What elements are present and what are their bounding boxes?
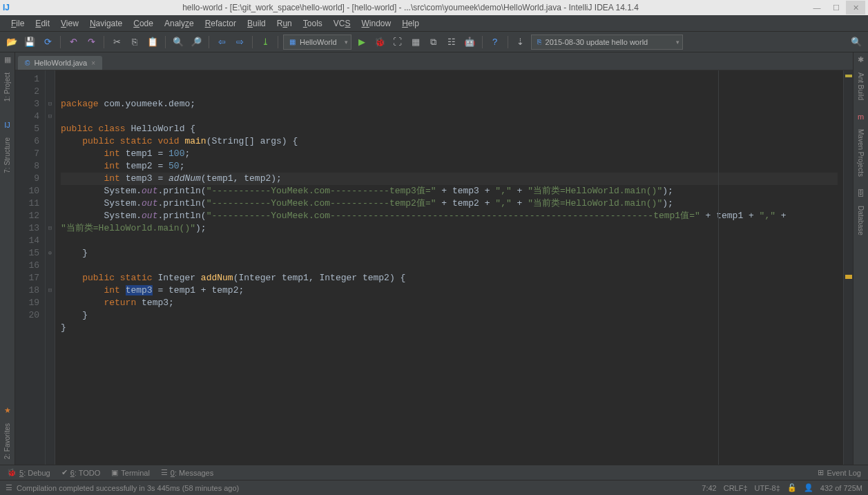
- menu-navigate[interactable]: Navigate: [84, 17, 128, 30]
- java-file-icon: ©: [25, 59, 30, 67]
- save-button[interactable]: 💾: [22, 35, 37, 50]
- coverage-button[interactable]: ⛶: [390, 35, 405, 50]
- event-log-button[interactable]: ⊞Event Log: [818, 468, 861, 477]
- toolbar-separator: [252, 36, 253, 48]
- database-tool-button[interactable]: Database: [857, 200, 865, 241]
- menu-refactor[interactable]: Refactor: [200, 17, 242, 30]
- maven-icon: m: [858, 113, 864, 121]
- run-button[interactable]: ▶: [354, 35, 369, 50]
- search-everywhere-button[interactable]: 🔍: [849, 35, 864, 50]
- ant-icon: ✱: [858, 55, 864, 64]
- line-number-gutter: 1234567891011121314151617181920: [15, 70, 46, 465]
- toolbar-separator: [508, 36, 508, 48]
- favorites-tool-button[interactable]: 2: Favorites: [3, 418, 11, 465]
- sync-button[interactable]: ⟳: [40, 35, 55, 50]
- window-title: hello-world - [E:\git_work_space\hello-w…: [14, 3, 807, 12]
- menu-code[interactable]: Code: [128, 17, 159, 30]
- menu-vcs[interactable]: VCS: [328, 17, 356, 30]
- error-stripe[interactable]: [843, 70, 853, 465]
- debug-button[interactable]: 🐞: [372, 35, 387, 50]
- status-bar: ☰ Compilation completed successfully in …: [0, 480, 868, 495]
- project-icon: ▦: [4, 55, 11, 64]
- warning-marker[interactable]: [845, 75, 852, 77]
- toolbar-separator: [165, 36, 166, 48]
- menu-help[interactable]: Help: [396, 17, 425, 30]
- menu-edit[interactable]: Edit: [30, 17, 55, 30]
- vcs-action-label: 2015-08-30 update hello world: [546, 38, 648, 46]
- run-config-label: HelloWorld: [300, 38, 337, 46]
- structure-icon: IJ: [4, 121, 10, 129]
- menu-tools[interactable]: Tools: [298, 17, 328, 30]
- toolbar-separator: [209, 36, 209, 48]
- terminal-tool-button[interactable]: ▣Terminal: [111, 468, 150, 477]
- editor-area: © HelloWorld.java × 12345678910111213141…: [15, 52, 853, 465]
- stop-button[interactable]: ▦: [408, 35, 423, 50]
- line-separator[interactable]: CRLF‡: [724, 484, 748, 492]
- menu-run[interactable]: Run: [271, 17, 298, 30]
- status-message: Compilation completed successfully in 3s…: [17, 484, 239, 492]
- run-config-select[interactable]: ▦HelloWorld: [283, 35, 351, 50]
- left-tool-gutter: ▦ 1: Project IJ 7: Structure ★ 2: Favori…: [0, 52, 15, 465]
- right-tool-gutter: ✱ Ant Build m Maven Projects 🗄 Database: [853, 52, 868, 465]
- close-tab-icon[interactable]: ×: [91, 59, 95, 67]
- forward-button[interactable]: ⇨: [232, 35, 247, 50]
- toolbar-separator: [60, 36, 61, 48]
- cut-button[interactable]: ✂: [109, 35, 124, 50]
- vcs-update-button[interactable]: ⇣: [513, 35, 528, 50]
- menu-file[interactable]: File: [6, 17, 30, 30]
- maven-tool-button[interactable]: Maven Projects: [857, 124, 865, 182]
- app-icon: IJ: [3, 3, 10, 12]
- back-button[interactable]: ⇦: [214, 35, 229, 50]
- titlebar: IJ hello-world - [E:\git_work_space\hell…: [0, 0, 868, 15]
- toolbar-separator: [482, 36, 483, 48]
- find-button[interactable]: 🔍: [171, 35, 186, 50]
- replace-button[interactable]: 🔎: [189, 35, 204, 50]
- inspect-icon[interactable]: 👤: [804, 483, 813, 492]
- redo-button[interactable]: ↷: [84, 35, 99, 50]
- copy-button[interactable]: ⎘: [127, 35, 142, 50]
- database-icon: 🗄: [857, 189, 865, 197]
- file-tab-label: HelloWorld.java: [34, 59, 87, 67]
- menu-window[interactable]: Window: [356, 17, 396, 30]
- code-editor[interactable]: 1234567891011121314151617181920 ⊟⊟⊡⊕⊡ pa…: [15, 70, 853, 465]
- todo-tool-button[interactable]: ✔6: TODO: [61, 468, 101, 477]
- window-controls: — ☐ ✕: [807, 1, 865, 14]
- favorites-icon: ★: [4, 406, 11, 415]
- paste-button[interactable]: 📋: [145, 35, 160, 50]
- ant-tool-button[interactable]: Ant Build: [857, 67, 865, 106]
- profile-button[interactable]: ⧉: [426, 35, 441, 50]
- menu-analyze[interactable]: Analyze: [159, 17, 200, 30]
- maximize-button[interactable]: ☐: [827, 1, 846, 14]
- caret-position[interactable]: 7:42: [702, 484, 716, 492]
- undo-button[interactable]: ↶: [66, 35, 81, 50]
- minimize-button[interactable]: —: [807, 1, 827, 14]
- vcs-action-select[interactable]: ⎘2015-08-30 update hello world: [531, 35, 683, 50]
- change-marker[interactable]: [845, 275, 852, 279]
- close-button[interactable]: ✕: [846, 1, 865, 14]
- margin-guide: [718, 70, 719, 465]
- toolbar: 📂 💾 ⟳ ↶ ↷ ✂ ⎘ 📋 🔍 🔎 ⇦ ⇨ ⤓ ▦HelloWorld ▶ …: [0, 32, 868, 52]
- open-button[interactable]: 📂: [4, 35, 19, 50]
- lock-icon[interactable]: 🔓: [787, 483, 797, 492]
- memory-indicator[interactable]: 432 of 725M: [820, 484, 862, 492]
- android-button[interactable]: 🤖: [462, 35, 477, 50]
- toolbar-separator: [278, 36, 278, 48]
- toolbar-separator: [104, 36, 104, 48]
- file-tab[interactable]: © HelloWorld.java ×: [18, 56, 102, 70]
- project-tool-button[interactable]: 1: Project: [3, 67, 11, 107]
- status-icon[interactable]: ☰: [6, 483, 12, 492]
- structure-tool-button[interactable]: 7: Structure: [3, 132, 11, 179]
- attach-button[interactable]: ☷: [444, 35, 459, 50]
- bottom-tool-bar: 🐞5: Debug ✔6: TODO ▣Terminal ☰0: Message…: [0, 465, 868, 480]
- make-button[interactable]: ⤓: [258, 35, 273, 50]
- code-content[interactable]: package com.youmeek.demo; public class H…: [55, 70, 843, 465]
- menu-view[interactable]: View: [55, 17, 84, 30]
- help-button[interactable]: ?: [488, 35, 503, 50]
- debug-tool-button[interactable]: 🐞5: Debug: [7, 468, 50, 477]
- main-area: ▦ 1: Project IJ 7: Structure ★ 2: Favori…: [0, 52, 868, 465]
- editor-tabs: © HelloWorld.java ×: [15, 52, 853, 70]
- menu-build[interactable]: Build: [242, 17, 271, 30]
- messages-tool-button[interactable]: ☰0: Messages: [161, 468, 213, 477]
- fold-gutter[interactable]: ⊟⊟⊡⊕⊡: [46, 70, 55, 465]
- file-encoding[interactable]: UTF-8‡: [755, 484, 780, 492]
